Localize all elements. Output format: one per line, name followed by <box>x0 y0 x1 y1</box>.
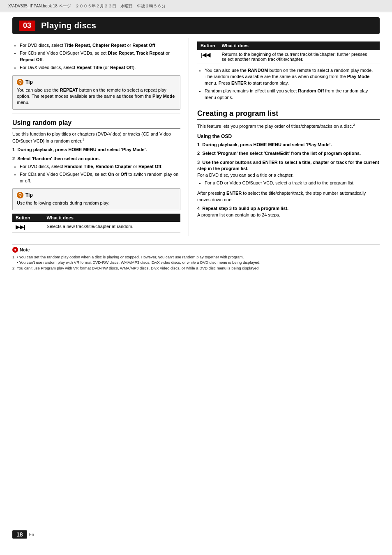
table-header-action: What it does <box>44 214 181 222</box>
table-header-action-r: What it does <box>219 41 380 50</box>
top-bar: XV-DV535_IPPAN.book 18 ページ ２００５年２月２３日 水曜… <box>0 0 392 12</box>
note-item-1: 1 • You can set the random play option w… <box>12 254 380 260</box>
program-step-3-sub: For a DVD disc, you can add a title or a… <box>197 173 293 177</box>
right-tip-list: You can also use the RANDOM button on th… <box>197 67 380 101</box>
program-step-1: 1 During playback, press HOME MENU and s… <box>197 142 380 148</box>
random-options-list: For DVD discs, select Random Title, Rand… <box>12 164 180 184</box>
list-item-cd: For CDs and Video CD/Super VCDs, select … <box>20 50 180 63</box>
tip-content-2: Use the following controls during random… <box>17 200 176 206</box>
random-cd: For CDs and Video CD/Super VCDs, select … <box>20 171 180 184</box>
tip-label-1: Tip <box>25 79 33 85</box>
page-lang: En <box>29 532 34 537</box>
page-number: 18 <box>12 530 27 539</box>
tip-icon-2: Q <box>17 192 23 198</box>
note-section: ● Note 1 • You can set the random play o… <box>12 244 380 271</box>
step-2: 2 Select 'Random' then select an option.… <box>12 156 180 184</box>
table-action-forward: Selects a new track/title/chapter at ran… <box>44 222 181 233</box>
using-osd-title: Using the OSD <box>197 134 380 139</box>
tip-header-1: Q Tip <box>17 79 176 85</box>
program-step-3: 3 Use the cursor buttons and ENTER to se… <box>197 159 380 187</box>
right-tip-item-1: You can also use the RANDOM button on th… <box>205 67 380 86</box>
table-action-back: Returns to the beginning of the current … <box>219 50 380 64</box>
note-header: ● Note <box>12 247 380 253</box>
note-label: Note <box>20 247 30 253</box>
tip-box-1: Q Tip You can also use the REPEAT button… <box>12 75 180 110</box>
page-footer: 18 En <box>12 530 34 539</box>
chapter-number: 03 <box>19 21 35 31</box>
random-play-table: Button What it does ▶▶| Selects a new tr… <box>12 214 180 233</box>
tip-icon-1: Q <box>17 79 23 85</box>
chapter-header: 03 Playing discs <box>12 17 380 34</box>
step-1: 1 During playback, press HOME MENU and s… <box>12 147 180 153</box>
random-play-title: Using random play <box>12 119 180 129</box>
after-enter-text: After pressing ENTER to select the title… <box>197 190 380 203</box>
program-step-4-sub: A program list can contain up to 24 step… <box>197 212 280 217</box>
program-list-title: Creating a program list <box>197 109 380 120</box>
divider-1 <box>12 113 180 113</box>
tip-content-1: You can also use the REPEAT button on th… <box>17 87 176 106</box>
note-icon: ● <box>12 247 18 253</box>
random-play-description: Use this function to play titles or chap… <box>12 131 180 144</box>
note-item-3: 2 You can't use Program play with VR for… <box>12 265 380 271</box>
program-step-2: 2 Select 'Program' then select 'Create/E… <box>197 150 380 157</box>
repeat-options-list: For DVD discs, select Title Repeat, Chap… <box>12 42 180 71</box>
table-button-back: |◀◀ <box>197 50 218 64</box>
random-play-table-right: Button What it does |◀◀ Returns to the b… <box>197 41 380 64</box>
tip-label-2: Tip <box>25 192 33 198</box>
random-dvd: For DVD discs, select Random Title, Rand… <box>20 164 180 170</box>
program-list-description: This feature lets you program the play o… <box>197 122 380 129</box>
table-header-button-r: Button <box>197 41 218 50</box>
list-item-dvd: For DVD discs, select Title Repeat, Chap… <box>20 42 180 48</box>
program-step-4: 4 Repeat step 3 to build up a program li… <box>197 205 380 218</box>
right-tip-item-2: Random play remains in effect until you … <box>205 88 380 101</box>
divider-right <box>197 105 380 105</box>
top-bar-text: XV-DV535_IPPAN.book 18 ページ ２００５年２月２３日 水曜… <box>8 3 166 9</box>
chapter-title: Playing discs <box>41 21 96 30</box>
left-column: For DVD discs, select Title Repeat, Chap… <box>12 38 189 236</box>
table-row-back: |◀◀ Returns to the beginning of the curr… <box>197 50 380 64</box>
right-column: Button What it does |◀◀ Returns to the b… <box>189 38 380 236</box>
table-row: ▶▶| Selects a new track/title/chapter at… <box>12 222 180 233</box>
main-content: For DVD discs, select Title Repeat, Chap… <box>12 34 380 240</box>
table-header-button: Button <box>12 214 44 222</box>
list-item-divx: For DivX video discs, select Repeat Titl… <box>20 64 180 71</box>
tip-header-2: Q Tip <box>17 192 176 198</box>
table-button-forward: ▶▶| <box>12 222 44 233</box>
note-item-2: • You can't use random play with VR form… <box>12 260 380 265</box>
program-step-3-list-item: For a CD or Video CD/Super VCD, select a… <box>205 180 380 186</box>
program-step-3-list: For a CD or Video CD/Super VCD, select a… <box>197 180 380 186</box>
tip-box-2: Q Tip Use the following controls during … <box>12 188 180 210</box>
